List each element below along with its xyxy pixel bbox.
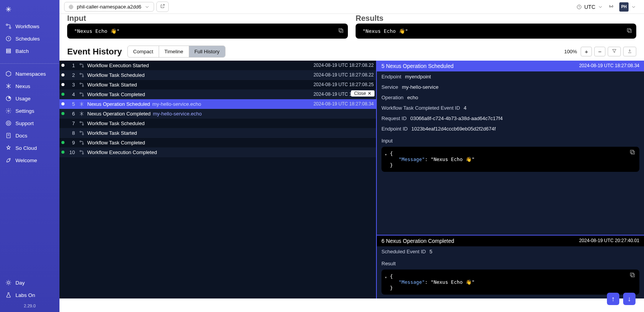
svg-point-23 [82, 66, 83, 67]
schedules-icon [5, 36, 12, 42]
detail-field: Request ID 03066a8f-c724-4b73-a38d-aad64… [377, 113, 644, 124]
event-row[interactable]: 8Workflow Task Started [59, 128, 376, 138]
svg-point-14 [70, 6, 72, 8]
zoom-label: 100% [564, 49, 577, 54]
feedback-button[interactable] [608, 3, 614, 10]
copy-results-button[interactable] [626, 27, 632, 35]
event-row[interactable]: 9Workflow Task Completed [59, 138, 376, 148]
namespace-name: phil-caller-namespace.a2dd6 [77, 4, 141, 10]
field-value: 1023b4eaf12d4cccb69eb05d2f2d674f [412, 126, 496, 132]
json-key: "Message" [399, 279, 425, 285]
support-icon [5, 120, 12, 126]
sidebar-item-label: Namespaces [15, 71, 46, 77]
caret-down-icon[interactable]: ▾ [385, 152, 387, 157]
open-external-button[interactable] [156, 2, 169, 12]
rocket-icon [5, 157, 12, 163]
results-codebox: "Nexus Echo 👋" [356, 24, 636, 39]
event-row[interactable]: 5Nexus Operation Scheduledmy-hello-servi… [59, 99, 376, 109]
event-number: 5 [66, 101, 78, 107]
event-row[interactable]: 3Workflow Task Started2024-08-19 UTC 18:… [59, 80, 376, 90]
copy-icon [626, 27, 632, 34]
sidebar-item-label: Workflows [15, 24, 39, 29]
sidebar-item-nexus[interactable]: Nexus [0, 80, 59, 92]
labs-icon [5, 292, 12, 298]
sidebar-item-usage[interactable]: Usage [0, 92, 59, 105]
scroll-down-button[interactable]: ↓ [623, 293, 636, 305]
event-row[interactable]: 7Workflow Task Scheduled [59, 119, 376, 128]
namespaces-icon [5, 71, 12, 77]
scroll-up-button[interactable]: ↑ [607, 293, 619, 305]
sidebar-item-theme[interactable]: Day [0, 276, 59, 289]
chevron-down-icon [631, 4, 636, 10]
svg-point-36 [80, 150, 81, 151]
svg-rect-5 [7, 52, 11, 53]
tab-timeline[interactable]: Timeline [159, 46, 189, 57]
field-key: Request ID [381, 115, 407, 121]
caret-down-icon[interactable]: ▾ [385, 275, 387, 280]
event-row[interactable]: 4Workflow Task Completed2024-08-19 UTC 1… [59, 90, 376, 99]
event-target: my-hello-service.echo [151, 111, 202, 117]
event-number: 2 [66, 72, 78, 78]
close-detail-button[interactable]: Close ✕ [351, 90, 375, 97]
workflow-icon [78, 131, 85, 136]
event-number: 1 [66, 63, 78, 68]
event-row[interactable]: 1Workflow Execution Started2024-08-19 UT… [59, 61, 376, 70]
event-row[interactable]: 2Workflow Task Scheduled2024-08-19 UTC 1… [59, 70, 376, 80]
svg-point-22 [80, 63, 81, 64]
field-value: 03066a8f-c724-4b73-a38d-aad64c7c17f4 [410, 115, 503, 121]
filter-button[interactable] [608, 47, 621, 56]
svg-rect-39 [630, 150, 634, 153]
zoom-in-button[interactable]: + [581, 47, 592, 56]
detail-5-header[interactable]: 5 Nexus Operation Scheduled 2024-08-19 U… [377, 61, 644, 71]
svg-rect-38 [631, 151, 634, 154]
docs-icon [5, 132, 12, 139]
sidebar-item-label: Settings [15, 108, 34, 114]
chevron-down-icon [598, 4, 603, 10]
event-target: my-hello-service.echo [150, 101, 201, 107]
zoom-out-button[interactable]: − [594, 47, 605, 56]
tab-compact[interactable]: Compact [128, 46, 159, 57]
namespace-selector[interactable]: phil-caller-namespace.a2dd6 [64, 2, 154, 12]
copy-json-button[interactable] [629, 272, 636, 279]
copy-input-button[interactable] [338, 27, 344, 35]
event-row[interactable]: 6Nexus Operation Completedmy-hello-servi… [59, 109, 376, 119]
event-name: Workflow Task Completed [85, 140, 145, 146]
nav-primary: Workflows Schedules Batch [0, 20, 59, 57]
sidebar-item-batch[interactable]: Batch [0, 45, 59, 57]
svg-rect-18 [340, 29, 343, 32]
app-logo[interactable] [0, 4, 59, 20]
status-dot-icon [61, 83, 64, 86]
copy-icon [629, 149, 636, 155]
detail-6-title: Nexus Operation Completed [386, 238, 454, 244]
detail-5-num: 5 [381, 63, 385, 69]
topbar: phil-caller-namespace.a2dd6 UTC PH [59, 0, 644, 14]
sidebar: Workflows Schedules Batch Namespaces Nex… [0, 0, 59, 312]
detail-6-header[interactable]: 6 Nexus Operation Completed 2024-08-19 U… [377, 236, 644, 246]
timezone-selector[interactable]: UTC [576, 4, 603, 10]
sidebar-item-settings[interactable]: Settings [0, 105, 59, 117]
sidebar-item-cloud[interactable]: So Cloud [0, 142, 59, 154]
detail-6-result-json: ▾ { "Message": "Nexus Echo 👋"} [381, 270, 639, 295]
svg-point-30 [80, 121, 81, 122]
sidebar-item-welcome[interactable]: Welcome [0, 154, 59, 166]
close-icon: ✕ [368, 91, 371, 96]
tab-full-history[interactable]: Full History [189, 46, 225, 57]
sidebar-item-workflows[interactable]: Workflows [0, 20, 59, 32]
detail-field: Workflow Task Completed Event ID 4 [377, 103, 644, 113]
status-dot-icon [61, 73, 64, 76]
svg-point-25 [82, 76, 83, 77]
detail-5-input-label: Input [377, 134, 644, 145]
workflow-icon [78, 82, 85, 87]
user-menu[interactable]: PH [619, 2, 636, 12]
sidebar-item-docs[interactable]: Docs [0, 129, 59, 142]
sidebar-item-schedules[interactable]: Schedules [0, 32, 59, 45]
sidebar-item-namespaces[interactable]: Namespaces [0, 68, 59, 80]
sidebar-item-support[interactable]: Support [0, 117, 59, 129]
event-row[interactable]: 10Workflow Execution Completed [59, 148, 376, 157]
event-number: 6 [66, 111, 78, 117]
workflow-icon [78, 63, 85, 68]
download-button[interactable] [623, 47, 636, 56]
copy-json-button[interactable] [629, 149, 636, 156]
sidebar-item-labs[interactable]: Labs On [0, 289, 59, 301]
results-section-label: Results [356, 14, 636, 24]
